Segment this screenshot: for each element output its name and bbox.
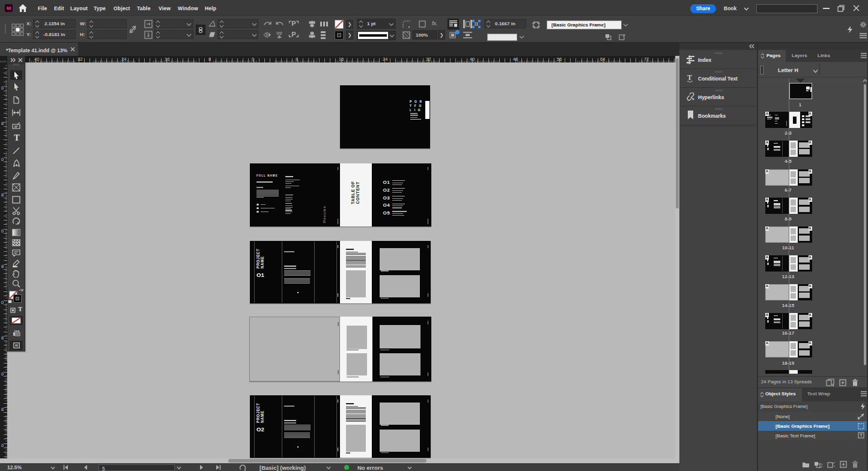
svg-text:T: T (687, 73, 692, 82)
